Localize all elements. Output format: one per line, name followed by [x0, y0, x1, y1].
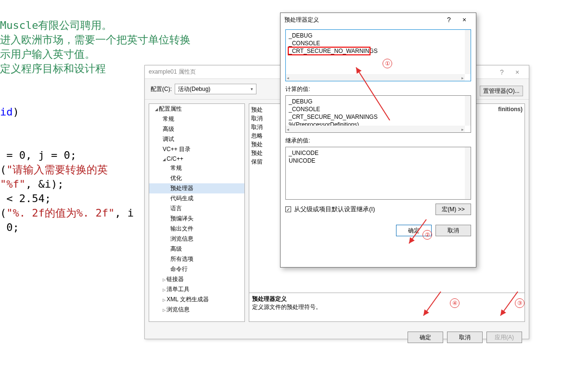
code-line: Muscle有限公司聘用。 [0, 19, 112, 31]
inherited-list: _UNICODE UNICODE [285, 147, 471, 200]
code-line: 0; [6, 221, 19, 233]
code-line: 2.54; [13, 192, 51, 205]
tree-item-cpp-codegen[interactable]: 代码生成 [149, 193, 244, 204]
close-button[interactable]: × [457, 14, 472, 25]
property-description: 预处理器定义 定义源文件的预处理符号。 [249, 293, 525, 322]
code-line: = 0, j = 0; [0, 149, 77, 161]
tree-item-config-properties[interactable]: 配置属性 [149, 104, 244, 114]
help-button[interactable]: ? [441, 14, 457, 25]
definition-line: _CRT_SECURE_NO_WARNINGS [289, 47, 468, 55]
grid-label: 保留 [251, 158, 270, 166]
cancel-button[interactable]: 取消 [435, 225, 471, 236]
config-label: 配置(C): [151, 85, 172, 93]
scrollbar-vertical[interactable] [465, 30, 471, 74]
tree-item-cpp[interactable]: C/C++ [149, 154, 244, 163]
tree-item-debug[interactable]: 调试 [149, 134, 244, 144]
apply-button[interactable]: 应用(A) [486, 332, 522, 343]
code-string: "%. 2f的值为%. 2f" [6, 207, 115, 219]
close-button[interactable]: × [510, 67, 525, 77]
list-item: UNICODE [289, 157, 468, 165]
titlebar[interactable]: 预处理器定义 ? × [281, 13, 476, 26]
computed-list: _DEBUG _CONSOLE _CRT_SECURE_NO_WARNINGS … [285, 95, 471, 133]
code-token: , &i); [26, 178, 64, 190]
config-manager-button[interactable]: 置管理器(O)... [480, 86, 523, 96]
tree-item-vcpp-dirs[interactable]: VC++ 目录 [149, 144, 244, 154]
tree-item-cpp-general[interactable]: 常规 [149, 163, 244, 173]
config-value: 活动(Debug) [178, 85, 210, 93]
ok-button[interactable]: 确定 [408, 332, 443, 343]
property-tree[interactable]: 配置属性 常规 高级 调试 VC++ 目录 C/C++ 常规 优化 预处理器 代… [149, 103, 245, 322]
dialog-footer: 确定 取消 应用(A) [145, 326, 529, 349]
definitions-textarea[interactable]: _DEBUG _CONSOLE _CRT_SECURE_NO_WARNINGS [285, 29, 471, 81]
cancel-button[interactable]: 取消 [447, 332, 483, 343]
tree-item-general[interactable]: 常规 [149, 114, 244, 124]
description-text: 定义源文件的预处理符号。 [252, 303, 522, 311]
description-title: 预处理器定义 [252, 295, 522, 303]
dialog-title: 预处理器定义 [284, 16, 441, 24]
list-item: _CONSOLE [289, 105, 468, 113]
preprocessor-definitions-dialog: 预处理器定义 ? × _DEBUG _CONSOLE _CRT_SECURE_N… [280, 13, 476, 268]
scrollbar-horizontal[interactable] [286, 126, 465, 132]
list-item: _DEBUG [289, 98, 468, 105]
tree-item-cpp-preprocessor[interactable]: 预处理器 [149, 183, 244, 193]
grid-label: 取消 [251, 115, 270, 123]
scrollbar-vertical[interactable] [465, 147, 471, 199]
macro-button[interactable]: 宏(M) >> [435, 204, 471, 215]
tree-item-browse-info[interactable]: 浏览信息 [149, 305, 244, 315]
tree-item-cpp-browse[interactable]: 浏览信息 [149, 234, 244, 244]
code-token: , i [115, 207, 134, 219]
tree-item-cpp-cmdline[interactable]: 命令行 [149, 264, 244, 274]
code-line: 定义程序目标和设计程 [0, 63, 106, 75]
tree-item-linker[interactable]: 链接器 [149, 274, 244, 284]
tree-item-cpp-output[interactable]: 输出文件 [149, 224, 244, 234]
computed-label: 计算的值: [285, 85, 471, 93]
code-token: id [0, 106, 13, 118]
code-line: 示用户输入英寸值。 [0, 48, 95, 60]
grid-label: 预处 [251, 141, 270, 149]
tree-item-cpp-optimize[interactable]: 优化 [149, 173, 244, 183]
tree-item-cpp-language[interactable]: 语言 [149, 204, 244, 214]
list-item: _UNICODE [289, 149, 468, 157]
ok-button[interactable]: 确定 [396, 225, 432, 236]
grid-label: 取消 [251, 123, 270, 132]
definition-line: _DEBUG [289, 32, 468, 39]
tree-item-cpp-advanced[interactable]: 高级 [149, 244, 244, 254]
config-combo[interactable]: 活动(Debug) [175, 84, 256, 94]
inherit-label: 从父级或项目默认设置继承(I) [294, 205, 375, 214]
scrollbar-vertical[interactable] [465, 96, 471, 126]
grid-label: 忽略 [251, 132, 270, 141]
inherit-checkbox[interactable]: ✓ [285, 206, 291, 212]
code-string: "请输入需要转换的英 [6, 164, 108, 176]
tree-item-cpp-pch[interactable]: 预编译头 [149, 214, 244, 224]
tree-item-advanced[interactable]: 高级 [149, 124, 244, 134]
tree-item-manifest[interactable]: 清单工具 [149, 284, 244, 294]
grid-label: 预处 [251, 149, 270, 158]
code-string: "%f" [0, 178, 26, 190]
definition-line: _CONSOLE [289, 39, 468, 47]
code-token: < [6, 192, 13, 205]
list-item: _CRT_SECURE_NO_WARNINGS [289, 113, 468, 121]
tree-item-cpp-all[interactable]: 所有选项 [149, 254, 244, 264]
scrollbar-horizontal[interactable] [286, 74, 465, 81]
tree-item-xml-doc[interactable]: XML 文档生成器 [149, 294, 244, 305]
grid-label: 预处 [251, 106, 270, 115]
code-token: ) [13, 106, 19, 118]
help-button[interactable]: ? [494, 67, 510, 77]
inherited-label: 继承的值: [285, 137, 471, 145]
